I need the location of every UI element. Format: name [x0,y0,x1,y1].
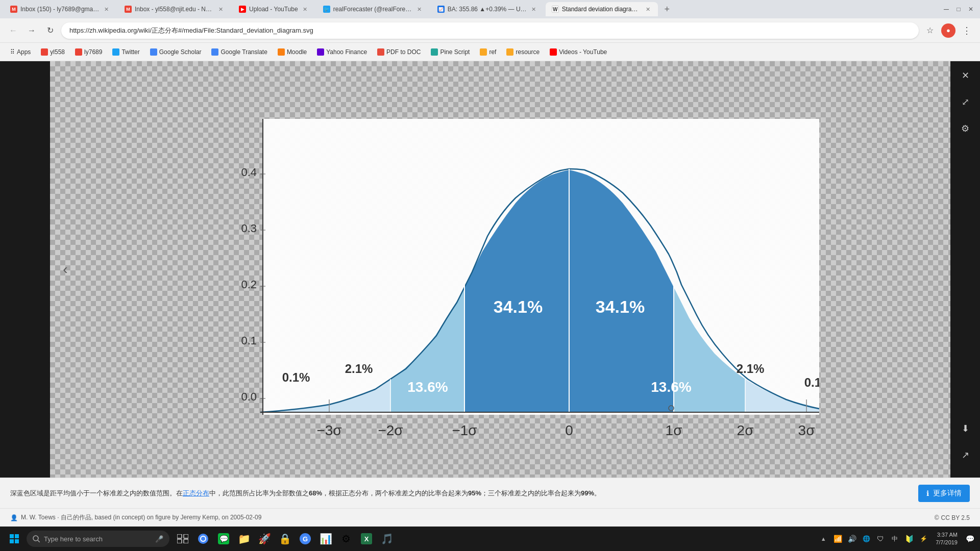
taskbar-g-icon[interactable]: G [296,530,314,548]
cc-icon: © [935,514,939,521]
bookmark-apps[interactable]: ⠿ Apps [6,46,35,58]
taskbar-search[interactable]: Type here to search 🎤 [27,531,169,547]
chrome-icon [197,533,209,545]
taskbar-media-icon[interactable]: 🎵 [378,530,396,548]
svg-text:2.1%: 2.1% [345,362,373,375]
more-detail-button[interactable]: ℹ 更多详情 [918,485,970,502]
svg-rect-37 [15,534,19,538]
address-input[interactable] [61,22,919,39]
tray-arrow-icon[interactable]: ▲ [817,533,829,545]
close-button[interactable]: ✕ [966,4,976,14]
vpn-icon: 🔒 [279,533,291,545]
bookmark-pinescript[interactable]: Pine Script [427,46,474,58]
tab-gmail2[interactable]: M Inbox - yl558@njit.edu - NJ Insti... ✕ [118,2,231,16]
taskbar-wechat-icon[interactable]: 💬 [214,530,233,548]
security-icon[interactable]: 🛡 [874,533,887,545]
credit-bar: 👤 M. W. Toews · 自己的作品, based (in concept… [0,508,980,527]
minimize-button[interactable]: ─ [941,4,951,14]
bookmark-moodle[interactable]: Moodle [274,46,311,58]
folder-icon: 📁 [238,533,251,545]
tab-close-ba[interactable]: ✕ [530,6,537,13]
cc-badge: CC BY 2.5 [941,514,970,521]
bookmark-resource[interactable]: resource [502,46,544,58]
back-button[interactable]: ← [6,23,20,38]
notification-icon[interactable]: 💬 [964,533,976,545]
twitter-favicon [112,48,119,56]
tab-gmail1[interactable]: M Inbox (150) - ly7689@gmail.com - ... ✕ [4,2,116,16]
bookmark-pdftodoc[interactable]: PDF to DOC [373,46,425,58]
svg-text:13.6%: 13.6% [651,379,691,395]
bookmark-ref[interactable]: ref [476,46,500,58]
more-detail-icon: ℹ [926,489,929,497]
scholar-favicon [150,48,157,56]
settings-icon[interactable]: ⚙ [957,120,973,137]
profile-button[interactable]: ● [941,23,955,38]
bookmark-yl558[interactable]: yl558 [37,46,69,58]
bookmark-ly7689[interactable]: ly7689 [71,46,106,58]
bookmark-twitter-label: Twitter [121,48,139,56]
bookmark-star[interactable]: ☆ [923,23,937,38]
bookmark-apps-label: Apps [17,48,31,56]
svg-text:0.1%: 0.1% [282,370,310,384]
refresh-button[interactable]: ↻ [43,23,57,38]
bookmark-videos-label: Videos - YouTube [559,48,607,56]
wechat-icon: 💬 [218,533,229,544]
bookmark-translate[interactable]: Google Translate [207,46,271,58]
bookmark-scholar-label: Google Scholar [159,48,202,56]
forward-button[interactable]: → [24,23,39,38]
tab-close-gmail1[interactable]: ✕ [103,6,110,13]
svg-text:0.1: 0.1 [241,334,257,347]
prev-arrow[interactable]: ‹ [56,260,75,279]
tab-title-gmail1: Inbox (150) - ly7689@gmail.com - ... [20,6,100,13]
tab-twitter[interactable]: 🐦 realForecaster (@realForecaster... ✕ [317,2,429,16]
tab-close-youtube[interactable]: ✕ [301,6,309,13]
yahoo-favicon [317,48,324,56]
language-icon[interactable]: 中 [889,533,901,545]
tab-close-wiki[interactable]: ✕ [644,6,652,13]
g-icon: G [300,533,311,544]
system-time[interactable]: 3:37 AM 7/7/2019 [932,531,962,547]
svg-text:0: 0 [565,422,573,438]
credit-text: M. W. Toews · 自己的作品, based (in concept) … [21,513,261,522]
svg-text:13.6%: 13.6% [407,379,448,395]
taskbar: Type here to search 🎤 💬 📁 [0,527,980,551]
tab-close-twitter[interactable]: ✕ [415,6,423,13]
download-icon[interactable]: ⬇ [957,420,973,437]
bookmark-videos[interactable]: Videos - YouTube [546,46,611,58]
tab-youtube[interactable]: ▶ Upload - YouTube ✕ [233,2,315,16]
volume-icon[interactable]: 🔊 [846,533,858,545]
taskbar-vpn-icon[interactable]: 🔒 [276,530,294,548]
ly7689-favicon [75,48,82,56]
antivirus-icon[interactable]: 🔰 [903,533,915,545]
tab-close-gmail2[interactable]: ✕ [217,6,225,13]
tab-wiki[interactable]: W Standard deviation diagram - I... ✕ [546,2,658,16]
taskbar-sheets-icon[interactable]: 📊 [316,530,335,548]
battery-icon[interactable]: ⚡ [917,533,929,545]
taskbar-folder-icon[interactable]: 📁 [235,530,253,548]
gear-icon: ⚙ [341,533,351,545]
network-icon2[interactable]: 🌐 [860,533,872,545]
bookmark-ref-label: ref [489,48,496,56]
close-icon[interactable]: ✕ [957,67,973,84]
bookmark-yahoo[interactable]: Yahoo Finance [313,46,371,58]
task-view-button[interactable] [174,530,192,548]
normal-distribution-link[interactable]: 正态分布 [183,489,209,497]
expand-icon[interactable]: ⤢ [957,94,973,110]
bookmark-scholar[interactable]: Google Scholar [146,46,206,58]
taskbar-ie-icon[interactable]: 🚀 [255,530,274,548]
restore-button[interactable]: □ [953,4,964,14]
taskbar-excel-icon[interactable]: X [357,530,376,548]
network-icon[interactable]: 📶 [831,533,844,545]
tab-title-wiki: Standard deviation diagram - I... [562,6,641,13]
voice-search-icon[interactable]: 🎤 [155,535,163,543]
taskbar-settings-icon[interactable]: ⚙ [337,530,355,548]
ie-icon: 🚀 [258,533,271,545]
new-tab-button[interactable]: + [660,2,674,16]
share-icon[interactable]: ↗ [957,447,973,463]
taskbar-chrome-icon[interactable] [194,530,212,548]
translate-favicon [211,48,218,56]
extensions-button[interactable]: ⋮ [960,23,974,38]
start-button[interactable] [4,529,24,549]
tab-ba[interactable]: 📈 BA: 355.86 ▲+0.39% — Unnam... ✕ [431,2,544,16]
bookmark-twitter[interactable]: Twitter [108,46,143,58]
